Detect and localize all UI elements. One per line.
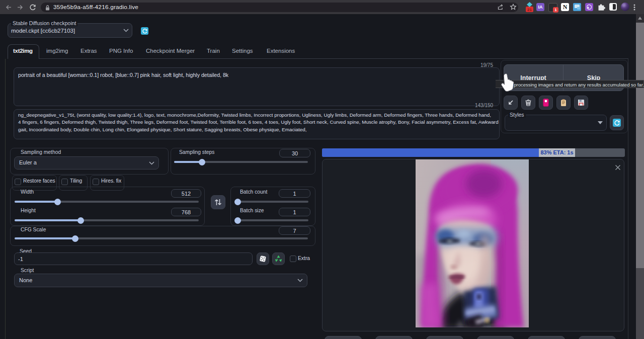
svg-text:21: 21 [527,8,532,12]
